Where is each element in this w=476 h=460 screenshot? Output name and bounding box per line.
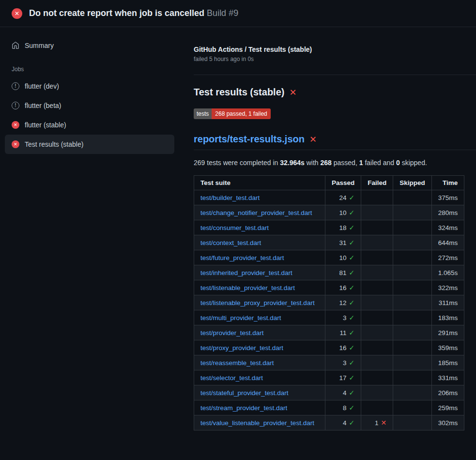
test-summary-line: 269 tests were completed in 32.964s with… [194, 159, 476, 167]
col-failed: Failed [361, 176, 393, 190]
test-suite-link[interactable]: test/consumer_test.dart [200, 224, 269, 231]
stat-value: 10 [339, 254, 347, 261]
table-row: test/listenable_proxy_provider_test.dart… [194, 295, 464, 310]
test-suite-link[interactable]: test/reassemble_test.dart [200, 359, 274, 367]
check-icon: ✓ [349, 224, 355, 231]
table-row: test/value_listenable_provider_test.dart… [194, 415, 464, 430]
summary-text: skipped. [400, 159, 427, 167]
check-icon: ✓ [349, 344, 355, 352]
sidebar-item-summary[interactable]: Summary [5, 37, 174, 54]
sidebar-item-test-results-stable[interactable]: ✕ Test results (stable) [5, 135, 174, 154]
time-cell: 375ms [431, 190, 464, 205]
check-icon: ✓ [349, 209, 355, 216]
passed-cell: 24✓ [325, 190, 361, 205]
passed-cell: 81✓ [325, 265, 361, 280]
summary-text: passed, [332, 159, 359, 167]
failed-cell [361, 310, 393, 325]
sidebar-item-flutter-dev[interactable]: ! flutter (dev) [5, 77, 174, 96]
test-suite-link[interactable]: test/value_listenable_provider_test.dart [200, 419, 314, 427]
exclamation-icon: ! [15, 103, 16, 108]
check-icon: ✓ [349, 299, 355, 307]
failed-cell [361, 190, 393, 205]
test-suite-link[interactable]: test/stateful_provider_test.dart [200, 389, 289, 397]
check-icon: ✓ [349, 239, 355, 246]
time-cell: 259ms [431, 400, 464, 415]
test-suite-link[interactable]: test/multi_provider_test.dart [200, 314, 281, 322]
check-icon: ✓ [349, 254, 355, 261]
stat-value: 31 [339, 239, 347, 246]
cross-icon: ✕ [309, 134, 317, 145]
skipped-cell [393, 190, 432, 205]
job-label: Test results (stable) [25, 140, 83, 148]
failed-cell [361, 355, 393, 370]
test-suite-link[interactable]: test/provider_test.dart [200, 329, 264, 337]
skipped-cell [393, 220, 432, 235]
test-suite-link[interactable]: test/change_notifier_provider_test.dart [200, 209, 312, 216]
passed-cell: 4✓ [325, 385, 361, 400]
table-row: test/consumer_test.dart18✓324ms [194, 220, 464, 235]
test-suite-cell: test/stream_provider_test.dart [194, 400, 325, 415]
home-icon [12, 42, 19, 49]
tests-badge: tests 268 passed, 1 failed [194, 108, 271, 119]
job-label: flutter (stable) [25, 121, 66, 129]
test-suite-cell: test/value_listenable_provider_test.dart [194, 415, 325, 430]
failed-cell [361, 370, 393, 385]
table-row: test/reassemble_test.dart3✓185ms [194, 355, 464, 370]
neutral-status-icon: ! [12, 102, 19, 109]
passed-cell: 31✓ [325, 235, 361, 250]
test-suite-link[interactable]: test/future_provider_test.dart [200, 254, 284, 261]
stat-value: 16 [339, 284, 347, 291]
stat-value: 3 [343, 359, 347, 367]
col-time: Time [431, 176, 464, 190]
failed-cell [361, 385, 393, 400]
page-title: Do not create report when job is cancell… [29, 8, 204, 18]
test-suite-cell: test/stateful_provider_test.dart [194, 385, 325, 400]
failed-cell [361, 340, 393, 355]
summary-passed-count: 268 [321, 159, 332, 167]
stat-value: 4 [343, 389, 347, 397]
cross-icon: ✕ [15, 11, 19, 16]
jobs-list: ! flutter (dev) ! flutter (beta) ✕ flutt… [5, 77, 174, 154]
table-row: test/multi_provider_test.dart3✓183ms [194, 310, 464, 325]
test-suite-link[interactable]: test/inherited_provider_test.dart [200, 269, 292, 276]
time-cell: 322ms [431, 280, 464, 295]
page-title-row: Do not create report when job is cancell… [29, 8, 238, 18]
stat-value: 11 [340, 329, 347, 337]
sidebar-item-flutter-beta[interactable]: ! flutter (beta) [5, 96, 174, 115]
test-suite-link[interactable]: test/listenable_proxy_provider_test.dart [200, 299, 315, 307]
check-icon: ✓ [349, 194, 355, 201]
time-cell: 185ms [431, 355, 464, 370]
test-suite-link[interactable]: test/listenable_provider_test.dart [200, 284, 295, 291]
table-row: test/selector_test.dart17✓331ms [194, 370, 464, 385]
test-suite-cell: test/change_notifier_provider_test.dart [194, 205, 325, 220]
test-suite-link[interactable]: test/proxy_provider_test.dart [200, 344, 283, 352]
build-number: Build #9 [207, 8, 238, 18]
failed-cell [361, 280, 393, 295]
check-title: Test results (stable) [194, 87, 284, 98]
time-cell: 272ms [431, 250, 464, 265]
sidebar-item-flutter-stable[interactable]: ✕ flutter (stable) [5, 115, 174, 135]
sidebar: Summary Jobs ! flutter (dev) ! flutter (… [0, 27, 182, 154]
skipped-cell [393, 370, 432, 385]
time-cell: 206ms [431, 385, 464, 400]
test-suite-link[interactable]: test/context_test.dart [200, 239, 261, 246]
test-suite-cell: test/builder_test.dart [194, 190, 325, 205]
test-suite-link[interactable]: test/builder_test.dart [200, 194, 260, 201]
test-suite-link[interactable]: test/selector_test.dart [200, 374, 263, 382]
test-suite-cell: test/consumer_test.dart [194, 220, 325, 235]
report-file-link[interactable]: reports/test-results.json [194, 134, 305, 145]
test-suite-cell: test/future_provider_test.dart [194, 250, 325, 265]
col-passed: Passed [325, 176, 361, 190]
job-label: flutter (beta) [25, 102, 61, 109]
passed-cell: 16✓ [325, 280, 361, 295]
check-icon: ✓ [349, 284, 355, 291]
table-row: test/future_provider_test.dart10✓272ms [194, 250, 464, 265]
passed-cell: 12✓ [325, 295, 361, 310]
sidebar-summary-label: Summary [25, 42, 54, 49]
badge-label: tests [194, 108, 212, 119]
test-suite-cell: test/proxy_provider_test.dart [194, 340, 325, 355]
results-table-body: test/builder_test.dart24✓375mstest/chang… [194, 190, 464, 430]
summary-skipped-count: 0 [396, 159, 400, 167]
test-suite-link[interactable]: test/stream_provider_test.dart [200, 404, 287, 412]
time-cell: 311ms [431, 295, 464, 310]
